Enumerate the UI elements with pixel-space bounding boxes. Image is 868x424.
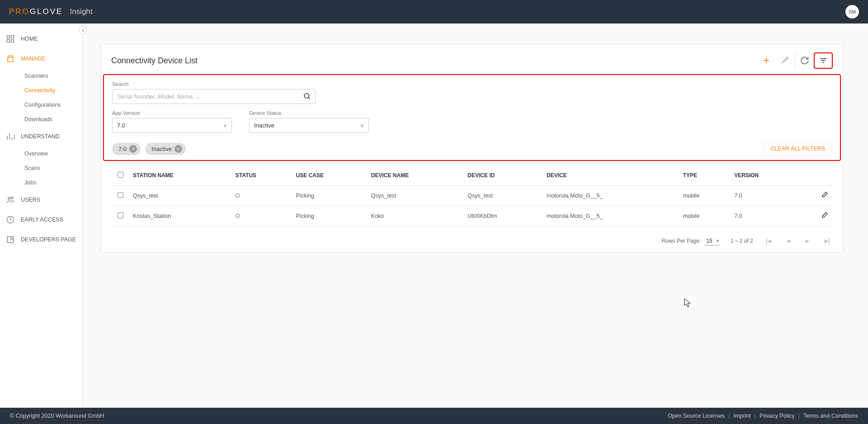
manage-icon — [5, 54, 15, 64]
app-header: PROGLOVE Insight SM — [0, 0, 868, 24]
cell-device: motorola Moto_G__5_ — [543, 186, 679, 206]
logo-glove: GLOVE — [30, 7, 63, 16]
cell-devicename: Qsys_test — [368, 186, 464, 206]
page-title: Connectivity Device List — [111, 56, 198, 66]
user-avatar[interactable]: SM — [845, 5, 859, 19]
select-all-checkbox[interactable] — [118, 172, 123, 178]
footer-link-terms[interactable]: Terms and Conditions — [803, 413, 858, 419]
nav-users[interactable]: USERS — [0, 190, 82, 210]
nav-scans[interactable]: Scans — [0, 161, 82, 175]
users-icon — [5, 195, 15, 205]
col-device[interactable]: DEVICE — [543, 165, 679, 186]
col-usecase[interactable]: USE CASE — [292, 165, 368, 186]
filter-toggle-button[interactable] — [814, 52, 833, 69]
table-row[interactable]: Qsys_test Picking Qsys_test Qsys_test mo… — [111, 186, 833, 206]
nav-overview[interactable]: Overview — [0, 146, 82, 161]
last-page-button[interactable]: ▸| — [822, 236, 833, 245]
footer-link-privacy[interactable]: Privacy Policy — [760, 413, 795, 419]
nav-early-access[interactable]: EARLY ACCESS — [0, 210, 82, 230]
table-row[interactable]: Kostas_Station Picking Koko UttXlKbDtm m… — [111, 206, 833, 226]
filter-chip-device-status: Inactive ✕ — [145, 143, 186, 155]
col-deviceid[interactable]: DEVICE ID — [464, 165, 543, 186]
svg-point-8 — [8, 197, 10, 199]
filter-chip-app-version: 7.0 ✕ — [112, 143, 141, 155]
cell-devicename: Koko — [368, 206, 464, 226]
nav-understand[interactable]: UNDERSTAND — [0, 127, 82, 146]
cell-type: mobile — [679, 206, 731, 226]
svg-rect-3 — [11, 40, 14, 42]
status-indicator — [236, 214, 240, 218]
search-icon[interactable] — [303, 92, 311, 101]
col-type[interactable]: TYPE — [679, 165, 731, 186]
nav-scanners[interactable]: Scanners — [0, 69, 82, 83]
app-version-label: App Version — [112, 110, 232, 116]
developers-icon — [5, 235, 15, 245]
col-station[interactable]: STATION NAME — [129, 165, 232, 186]
device-status-label: Device Status — [249, 110, 369, 116]
nav-connectivity[interactable]: Connectivity — [0, 83, 82, 98]
svg-rect-1 — [11, 36, 14, 38]
nav-early-access-label: EARLY ACCESS — [21, 217, 63, 223]
col-version[interactable]: VERSION — [731, 165, 798, 186]
chip-remove-button[interactable]: ✕ — [175, 145, 182, 153]
copyright: © Copyright 2020 Workaround GmbH — [10, 413, 104, 419]
svg-rect-0 — [7, 36, 10, 38]
main-content: Connectivity Device List — [83, 24, 868, 408]
device-status-select[interactable]: Inactive — [249, 118, 369, 133]
device-table: STATION NAME STATUS USE CASE DEVICE NAME… — [111, 165, 833, 226]
early-access-icon — [5, 215, 15, 225]
nav-developers[interactable]: DEVELOPERS PAGE — [0, 230, 82, 250]
cell-version: 7.0 — [731, 186, 798, 206]
device-list-card: Connectivity Device List — [101, 44, 843, 253]
status-indicator — [236, 193, 240, 198]
cell-usecase: Picking — [292, 186, 368, 206]
refresh-button[interactable] — [795, 52, 814, 69]
rows-per-page-select[interactable]: 15 — [704, 237, 720, 245]
clear-filters-button[interactable]: CLEAR ALL FILTERS — [764, 142, 832, 155]
edit-button[interactable] — [821, 194, 828, 200]
nav-understand-label: UNDERSTAND — [21, 133, 60, 140]
cell-usecase: Picking — [292, 206, 368, 226]
first-page-button[interactable]: |◂ — [763, 236, 774, 245]
svg-rect-2 — [7, 40, 10, 42]
add-button[interactable] — [757, 52, 776, 69]
understand-icon — [5, 132, 15, 141]
cell-station: Kostas_Station — [129, 206, 232, 226]
nav-home[interactable]: HOME — [0, 29, 82, 49]
nav-home-label: HOME — [21, 36, 38, 42]
search-input[interactable] — [112, 89, 316, 104]
col-devicename[interactable]: DEVICE NAME — [368, 165, 464, 186]
nav-users-label: USERS — [21, 197, 40, 203]
sidebar: HOME MANAGE Scanners Connectivity Config… — [0, 24, 83, 408]
prev-page-button[interactable]: ◂ — [784, 236, 793, 245]
nav-configurations[interactable]: Configurations — [0, 98, 82, 112]
nav-manage[interactable]: MANAGE — [0, 49, 82, 69]
next-page-button[interactable]: ▸ — [803, 236, 812, 245]
pagination: Rows Per Page: 15 ▼ 1 – 2 of 2 |◂ ◂ ▸ ▸| — [101, 231, 843, 252]
tools-button[interactable] — [776, 52, 795, 69]
cell-type: mobile — [679, 186, 731, 206]
row-checkbox[interactable] — [118, 192, 123, 198]
sidebar-collapse-toggle[interactable] — [79, 26, 87, 34]
nav-jobs[interactable]: Jobs — [0, 175, 82, 190]
home-icon — [5, 34, 15, 44]
nav-downloads[interactable]: Downloads — [0, 112, 82, 127]
cell-device: motorola Moto_G__5_ — [543, 206, 679, 226]
chip-remove-button[interactable]: ✕ — [129, 145, 137, 153]
edit-button[interactable] — [821, 214, 828, 221]
search-label: Search — [112, 81, 316, 87]
nav-developers-label: DEVELOPERS PAGE — [21, 236, 76, 243]
svg-line-19 — [308, 97, 310, 99]
nav-manage-label: MANAGE — [21, 56, 45, 62]
app-version-select[interactable]: 7.0 — [112, 118, 232, 133]
svg-point-18 — [304, 93, 309, 98]
pagination-range: 1 – 2 of 2 — [731, 238, 753, 244]
logo-pro: PRO — [9, 7, 30, 16]
footer-link-imprint[interactable]: Imprint — [734, 413, 751, 419]
row-checkbox[interactable] — [118, 212, 123, 218]
cell-deviceid: Qsys_test — [464, 186, 543, 206]
cell-deviceid: UttXlKbDtm — [464, 206, 543, 226]
col-status[interactable]: STATUS — [232, 165, 292, 186]
footer-link-opensource[interactable]: Open Source Licenses — [668, 413, 725, 419]
logo: PROGLOVE Insight — [9, 7, 93, 16]
